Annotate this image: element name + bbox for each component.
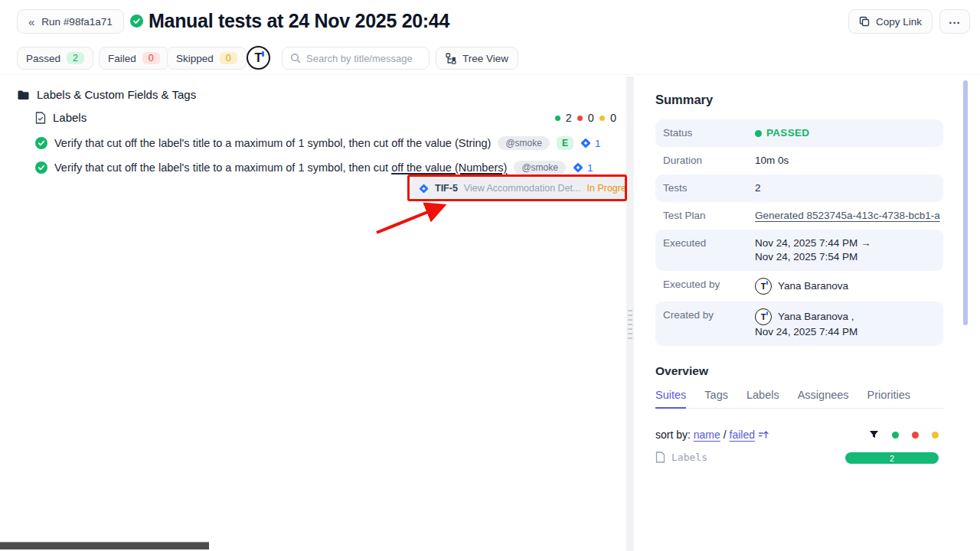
tab-suites[interactable]: Suites bbox=[655, 389, 686, 401]
ellipsis-icon: ... bbox=[949, 13, 961, 26]
skipped-dot-icon bbox=[599, 116, 605, 121]
executed-value: Nov 24, 2025 7:44 PM → Nov 24, 2025 7:54… bbox=[755, 236, 871, 264]
issue-key: TIF-5 bbox=[435, 183, 458, 194]
tab-tags[interactable]: Tags bbox=[704, 389, 728, 401]
filter-funnel-icon[interactable] bbox=[869, 430, 879, 439]
test-title-hovered-part: off the value (Numbers) bbox=[391, 161, 507, 174]
folder-icon bbox=[17, 90, 30, 100]
sort-by-label: sort by: bbox=[655, 429, 691, 441]
passed-progress-bar[interactable]: 2 bbox=[845, 452, 939, 464]
jira-diamond-icon bbox=[419, 184, 429, 194]
passed-toggle-dot[interactable] bbox=[892, 432, 899, 439]
test-title: Verify that cut off the label's title to… bbox=[54, 137, 491, 149]
tree-view-label: Tree View bbox=[462, 53, 508, 64]
folder-label: Labels & Custom Fields & Tags bbox=[37, 88, 196, 101]
more-options-button[interactable]: ... bbox=[939, 9, 970, 34]
filter-failed-button[interactable]: Failed 0 bbox=[99, 47, 169, 70]
resize-grip-icon bbox=[628, 310, 632, 342]
search-box bbox=[282, 47, 430, 70]
env-badge[interactable]: E bbox=[557, 136, 573, 150]
suite-skipped-count: 0 bbox=[610, 112, 616, 124]
summary-row-test-plan: Test Plan Generated 8523745a-413c-4738-b… bbox=[655, 202, 943, 230]
user-avatar: T bbox=[755, 278, 772, 295]
filter-skipped-button[interactable]: Skipped 0 bbox=[167, 47, 247, 70]
top-header: « Run #98fa1a71 Manual tests at 24 Nov 2… bbox=[0, 0, 980, 43]
tag-badge[interactable]: @smoke bbox=[514, 161, 566, 174]
vertical-scrollbar-thumb[interactable] bbox=[963, 80, 968, 325]
filter-passed-button[interactable]: Passed 2 bbox=[17, 47, 93, 70]
passed-count-badge: 2 bbox=[67, 52, 84, 64]
duration-value: 10m 0s bbox=[755, 154, 789, 168]
status-filter-icons bbox=[869, 430, 939, 439]
horizontal-scrollbar-thumb[interactable] bbox=[0, 542, 209, 549]
test-row[interactable]: Verify that cut off the label's title to… bbox=[35, 161, 593, 174]
suite-folder-row[interactable]: Labels & Custom Fields & Tags bbox=[17, 88, 196, 101]
page-title: Manual tests at 24 Nov 2025 20:44 bbox=[149, 10, 449, 32]
passed-check-icon bbox=[130, 15, 143, 28]
executed-by-label: Executed by bbox=[663, 278, 755, 295]
tree-view-icon bbox=[446, 53, 456, 64]
tag-badge[interactable]: @smoke bbox=[498, 136, 550, 150]
failed-label: Failed bbox=[108, 53, 136, 64]
status-dot-icon bbox=[755, 130, 762, 137]
overview-suite-row[interactable]: Labels 2 bbox=[655, 452, 943, 463]
failed-count-badge: 0 bbox=[142, 52, 160, 64]
status-badge: PASSED bbox=[755, 126, 809, 140]
failed-toggle-dot[interactable] bbox=[912, 432, 919, 439]
back-to-run-button[interactable]: « Run #98fa1a71 bbox=[17, 9, 124, 34]
jira-diamond-icon bbox=[573, 162, 583, 173]
test-title: Verify that cut off the label's title to… bbox=[54, 161, 507, 174]
skipped-count-badge: 0 bbox=[220, 52, 237, 64]
assignee-avatar-filter[interactable]: T bbox=[247, 46, 270, 70]
test-plan-link[interactable]: Generated 8523745a-413c-4738-bcb1-a bbox=[755, 209, 940, 223]
jira-diamond-icon bbox=[580, 138, 591, 148]
test-row[interactable]: Verify that cut off the label's title to… bbox=[35, 136, 601, 150]
search-input[interactable] bbox=[306, 53, 421, 64]
avatar-accent-mark bbox=[262, 51, 264, 57]
sort-ascending-icon[interactable] bbox=[758, 430, 769, 439]
summary-row-status: Status PASSED bbox=[655, 119, 943, 147]
bar-count: 2 bbox=[890, 454, 894, 463]
summary-table: Status PASSED Duration 10m 0s Tests 2 Te… bbox=[655, 119, 943, 346]
executed-label: Executed bbox=[663, 236, 755, 264]
copy-link-button[interactable]: Copy Link bbox=[848, 9, 933, 34]
summary-row-tests: Tests 2 bbox=[655, 174, 943, 202]
tests-value: 2 bbox=[755, 181, 761, 195]
user-avatar: T bbox=[755, 308, 772, 325]
test-plan-label: Test Plan bbox=[663, 209, 755, 223]
avatar-accent-mark bbox=[766, 281, 768, 285]
tab-assignees[interactable]: Assignees bbox=[798, 389, 849, 401]
issue-title: View Accommodation Det... bbox=[464, 183, 581, 194]
jira-issue-link[interactable]: 1 bbox=[573, 162, 593, 174]
sort-by-failed-link[interactable]: failed bbox=[730, 429, 755, 441]
tree-view-button[interactable]: Tree View bbox=[436, 47, 518, 70]
status-label: Status bbox=[663, 126, 755, 140]
tests-label: Tests bbox=[663, 181, 755, 195]
jira-issue-tooltip[interactable]: TIF-5 View Accommodation Det... In Progr… bbox=[411, 178, 643, 198]
file-icon bbox=[655, 452, 665, 463]
suite-passed-count: 2 bbox=[566, 112, 572, 124]
back-chevrons-icon: « bbox=[28, 16, 34, 28]
avatar-accent-mark bbox=[766, 311, 768, 315]
summary-sidebar: Summary Status PASSED Duration 10m 0s Te… bbox=[634, 77, 980, 551]
suite-failed-count: 0 bbox=[588, 112, 594, 124]
summary-row-executed: Executed Nov 24, 2025 7:44 PM → Nov 24, … bbox=[655, 230, 943, 271]
issue-count: 1 bbox=[587, 162, 593, 174]
suite-counts: 2 0 0 bbox=[555, 112, 616, 124]
skipped-label: Skipped bbox=[176, 53, 214, 64]
created-by-value: T Yana Baranova , Nov 24, 2025 7:44 PM bbox=[755, 308, 858, 339]
suite-file-row[interactable]: Labels 2 0 0 bbox=[35, 111, 616, 124]
created-at-value: Nov 24, 2025 7:44 PM bbox=[755, 325, 858, 339]
tab-labels[interactable]: Labels bbox=[746, 389, 779, 401]
sort-by-name-link[interactable]: name bbox=[694, 429, 720, 441]
overview-suite-label: Labels bbox=[671, 452, 707, 463]
sort-controls: sort by: name / failed bbox=[655, 429, 943, 441]
test-passed-check-icon bbox=[35, 137, 47, 149]
executed-by-value: T Yana Baranova bbox=[755, 278, 848, 295]
jira-issue-link[interactable]: 1 bbox=[580, 138, 601, 149]
panel-resize-divider[interactable] bbox=[626, 77, 634, 551]
tab-priorities[interactable]: Priorities bbox=[867, 389, 910, 401]
skipped-toggle-dot[interactable] bbox=[932, 432, 939, 439]
test-tree-panel: Labels & Custom Fields & Tags Labels 2 0… bbox=[0, 77, 626, 551]
summary-row-executed-by: Executed by T Yana Baranova bbox=[655, 271, 943, 302]
